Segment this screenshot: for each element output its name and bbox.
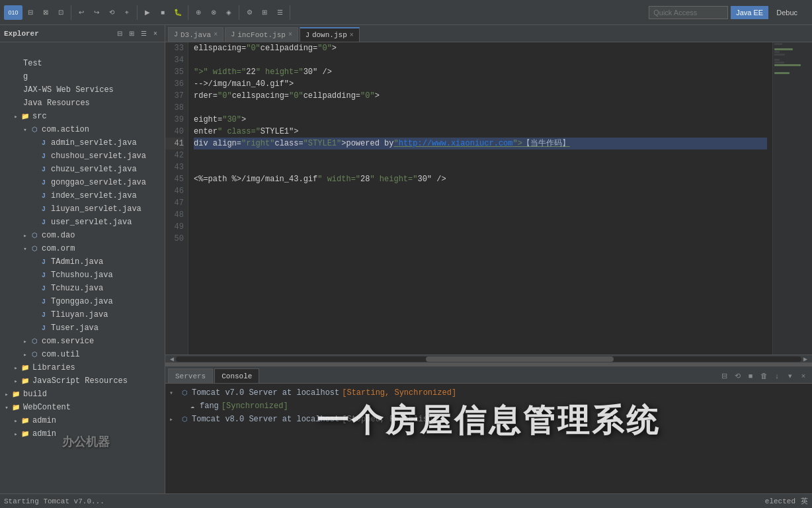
code-line-37[interactable]: rder="0" cellspacing="0" cellpadding="0"…: [194, 90, 767, 102]
code-editor[interactable]: 3334353637383940414243454647484950 ellsp…: [165, 42, 812, 355]
console-expand-arrow[interactable]: ▸: [169, 415, 177, 423]
sidebar-tree-item-index-servlet[interactable]: Jindex_servlet.java: [0, 189, 165, 202]
code-line-49[interactable]: [194, 221, 767, 233]
code-line-34[interactable]: [194, 54, 767, 66]
tab-close-btn[interactable]: ×: [350, 32, 354, 39]
java-ee-perspective-btn[interactable]: Java EE: [731, 6, 768, 19]
tree-label: admin: [32, 429, 56, 439]
code-line-47[interactable]: [194, 197, 767, 209]
sidebar-tree-item-chushou-servlet[interactable]: Jchushou_servlet.java: [0, 149, 165, 163]
console-close-btn[interactable]: ×: [797, 370, 809, 382]
sidebar-tree-item-admin2[interactable]: ▸📁admin: [0, 427, 165, 441]
scroll-left-arrow[interactable]: ◀: [168, 355, 176, 363]
sidebar-tree-item-libraries[interactable]: ▸📁Libraries: [0, 361, 165, 374]
debug-perspective-btn[interactable]: Debuc: [771, 6, 803, 19]
scroll-right-arrow[interactable]: ▶: [801, 355, 809, 363]
sidebar-tree-item-user-servlet[interactable]: Juser_servlet.java: [0, 216, 165, 229]
debug-badge-btn[interactable]: 010: [4, 5, 22, 20]
toolbar-btn-11[interactable]: ⚙: [242, 5, 257, 20]
code-line-50[interactable]: [194, 233, 767, 245]
toolbar-debug-btn[interactable]: 🐛: [171, 5, 185, 20]
scroll-track[interactable]: [176, 357, 801, 362]
code-line-46[interactable]: [194, 185, 767, 197]
console-row-fang[interactable]: ☁fang [Synchronized]: [169, 400, 808, 413]
toolbar-btn-6[interactable]: ⟲: [104, 5, 119, 20]
sidebar-tree-item-tuser[interactable]: JTuser.java: [0, 321, 165, 335]
scroll-thumb[interactable]: [426, 357, 614, 362]
editor-tab-down-jsp[interactable]: Jdown.jsp×: [300, 27, 360, 42]
sidebar-tree-item-tchuzu[interactable]: JTchuzu.java: [0, 282, 165, 295]
console-minimize-btn[interactable]: ⊟: [718, 370, 730, 382]
sidebar-tree-item-tadmin[interactable]: JTAdmin.java: [0, 255, 165, 269]
code-line-41[interactable]: div align="right" class="STYLE1">powered…: [194, 138, 767, 149]
code-line-42[interactable]: [194, 149, 767, 161]
sidebar-menu-btn[interactable]: ☰: [138, 28, 149, 39]
sidebar-tree-item-build[interactable]: ▸📁build: [0, 388, 165, 401]
console-scroll-btn[interactable]: ↓: [771, 370, 783, 382]
toolbar-btn-13[interactable]: ☰: [272, 5, 287, 20]
sidebar-tree-item-tgonggao[interactable]: JTgonggao.java: [0, 295, 165, 308]
code-line-38[interactable]: [194, 102, 767, 114]
sidebar-tree-item-admin-servlet[interactable]: Jadmin_servlet.java: [0, 136, 165, 149]
code-line-45[interactable]: <%=path %>/img/main_43.gif" width="28" h…: [194, 173, 767, 185]
toolbar-btn-7[interactable]: ⌖: [120, 5, 134, 20]
console-menu-btn[interactable]: ▾: [784, 370, 796, 382]
sidebar-tree-item-root1[interactable]: [0, 44, 165, 57]
console-row-tomcat80[interactable]: ▸⬡Tomcat v8.0 Server at localhost [Stopp…: [169, 413, 808, 426]
sidebar-tree-item-liuyan-servlet[interactable]: Jliuyan_servlet.java: [0, 202, 165, 216]
sidebar-tree-item-com-dao[interactable]: ▸⬡com.dao: [0, 229, 165, 242]
sidebar-tree-item-jaxws[interactable]: JAX-WS Web Services: [0, 83, 165, 97]
console-clear-btn[interactable]: 🗑: [758, 370, 770, 382]
sidebar-expand-btn[interactable]: ⊞: [126, 28, 137, 39]
sidebar-close-btn[interactable]: ×: [150, 28, 161, 39]
editor-tab-incfoot[interactable]: JincFoot.jsp×: [225, 27, 298, 42]
code-content[interactable]: ellspacing="0" cellpadding="0"> ">" widt…: [188, 42, 772, 355]
toolbar-btn-5[interactable]: ↪: [89, 5, 104, 20]
tree-icon-java: J: [38, 270, 49, 280]
horizontal-scrollbar[interactable]: ◀ ▶: [165, 355, 812, 362]
code-line-33[interactable]: ellspacing="0" cellpadding="0">: [194, 42, 767, 54]
code-line-39[interactable]: eight="30">: [194, 114, 767, 126]
editor-tab-db-java[interactable]: JD3.java×: [168, 27, 223, 42]
console-refresh-btn[interactable]: ⟲: [731, 370, 743, 382]
bottom-tab-servers[interactable]: Servers: [168, 368, 213, 383]
sidebar-tree-item-com-action[interactable]: ▾⬡com.action: [0, 123, 165, 136]
sidebar-tree-item-com-service[interactable]: ▸⬡com.service: [0, 335, 165, 348]
sidebar-tree-item-admin[interactable]: ▸📁admin: [0, 414, 165, 427]
console-row-tomcat70[interactable]: ▾⬡Tomcat v7.0 Server at localhost [Start…: [169, 386, 808, 400]
toolbar-run-btn[interactable]: ▶: [140, 5, 155, 20]
console-expand-arrow[interactable]: ▾: [169, 389, 177, 397]
code-line-40[interactable]: enter" class="STYLE1">: [194, 126, 767, 138]
sidebar-tree-item-chuzu-servlet[interactable]: Jchuzu_servlet.java: [0, 163, 165, 176]
sidebar-tree-item-com-orm[interactable]: ▾⬡com.orm: [0, 242, 165, 255]
bottom-tab-console[interactable]: Console: [214, 368, 259, 383]
tab-close-btn[interactable]: ×: [288, 31, 292, 38]
toolbar-btn-8[interactable]: ⊕: [191, 5, 206, 20]
toolbar-btn-1[interactable]: ⊟: [23, 5, 38, 20]
sidebar-tree-item-js-resources[interactable]: ▸📁JavaScript Resources: [0, 374, 165, 388]
code-line-43[interactable]: [194, 161, 767, 173]
sidebar-tree-item-java-res[interactable]: Java Resources: [0, 97, 165, 110]
code-line-35[interactable]: ">" width="22" height="30" />: [194, 66, 767, 78]
toolbar-btn-2[interactable]: ⊠: [38, 5, 53, 20]
toolbar-btn-3[interactable]: ⊡: [54, 5, 68, 20]
sidebar-collapse-btn[interactable]: ⊟: [114, 28, 125, 39]
toolbar-btn-9[interactable]: ⊗: [206, 5, 221, 20]
console-stop-btn[interactable]: ■: [745, 370, 756, 382]
sidebar-tree-item-test[interactable]: Test: [0, 57, 165, 70]
sidebar-tree-item-tchushou[interactable]: JTchushou.java: [0, 269, 165, 282]
toolbar-stop-btn[interactable]: ■: [155, 5, 170, 20]
sidebar-tree-item-g[interactable]: g: [0, 70, 165, 83]
quick-access-input[interactable]: [649, 6, 728, 19]
code-line-36[interactable]: -->/img/main_40.gif">: [194, 78, 767, 90]
toolbar-btn-4[interactable]: ↩: [74, 5, 89, 20]
sidebar-tree-item-tliuyan[interactable]: JTliuyan.java: [0, 308, 165, 321]
sidebar-tree-item-webcontent[interactable]: ▾📁WebContent: [0, 401, 165, 414]
sidebar-tree-item-src[interactable]: ▸📁src: [0, 110, 165, 123]
sidebar-tree-item-com-util[interactable]: ▸⬡com.util: [0, 348, 165, 361]
code-line-48[interactable]: [194, 209, 767, 221]
sidebar-tree-item-gonggao-servlet[interactable]: Jgonggao_servlet.java: [0, 176, 165, 189]
toolbar-btn-10[interactable]: ◈: [222, 5, 236, 20]
tab-close-btn[interactable]: ×: [214, 31, 218, 38]
toolbar-btn-12[interactable]: ⊞: [257, 5, 272, 20]
